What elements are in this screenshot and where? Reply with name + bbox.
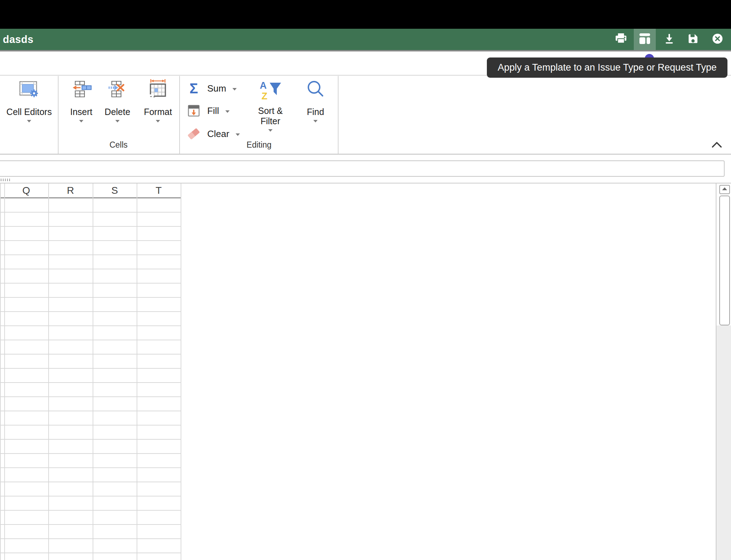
delete-label: Delete bbox=[105, 107, 130, 116]
save-icon bbox=[688, 33, 698, 45]
sort-filter-label-line2: Filter bbox=[258, 116, 282, 126]
save-button[interactable] bbox=[683, 29, 703, 50]
apply-template-tooltip: Apply a Template to an Issue Type or Req… bbox=[487, 57, 727, 78]
dropdown-caret-icon bbox=[225, 110, 230, 113]
printer-icon bbox=[615, 33, 627, 46]
clear-label: Clear bbox=[207, 128, 229, 139]
spreadsheet-window: dasds bbox=[0, 0, 731, 560]
column-header-S[interactable]: S bbox=[93, 183, 137, 198]
cell-editors-icon bbox=[18, 79, 40, 99]
template-icon bbox=[639, 33, 650, 45]
clear-button[interactable]: Clear bbox=[186, 126, 240, 142]
close-button[interactable] bbox=[708, 29, 727, 50]
fill-button[interactable]: Fill bbox=[186, 103, 230, 119]
ribbon-bottom-border bbox=[0, 154, 731, 155]
sort-filter-icon: A Z bbox=[259, 80, 281, 101]
download-button[interactable] bbox=[659, 29, 679, 50]
delete-icon bbox=[107, 79, 128, 99]
collapse-ribbon-button[interactable] bbox=[710, 141, 723, 150]
cell-editors-button[interactable]: Cell Editors bbox=[3, 79, 55, 122]
top-black-bar bbox=[0, 0, 731, 29]
column-header-R[interactable]: R bbox=[48, 183, 93, 198]
formula-bar-resize-grip[interactable] bbox=[0, 179, 11, 181]
column-header-T[interactable]: T bbox=[137, 183, 181, 198]
formula-input[interactable] bbox=[0, 161, 724, 176]
dropdown-caret-icon bbox=[236, 133, 240, 136]
sum-sigma-icon: Σ bbox=[189, 81, 198, 95]
scroll-up-button[interactable] bbox=[719, 185, 730, 194]
titlebar-divider bbox=[0, 50, 731, 51]
formula-bar bbox=[0, 160, 725, 177]
scrollbar-track[interactable] bbox=[716, 325, 731, 560]
close-icon bbox=[712, 33, 723, 46]
sort-filter-label-line1: Sort & bbox=[258, 106, 282, 116]
sort-filter-button[interactable]: A Z Sort & Filter bbox=[246, 80, 295, 132]
dropdown-caret-icon bbox=[156, 120, 160, 122]
insert-label: Insert bbox=[70, 107, 93, 116]
cell-editors-label: Cell Editors bbox=[6, 107, 52, 116]
find-button[interactable]: Find bbox=[292, 79, 339, 122]
insert-icon bbox=[71, 79, 92, 99]
chevron-up-icon bbox=[711, 141, 722, 150]
fill-icon bbox=[186, 105, 202, 117]
dropdown-caret-icon bbox=[313, 120, 318, 122]
titlebar: dasds bbox=[0, 29, 731, 50]
delete-button[interactable]: Delete bbox=[94, 79, 141, 122]
format-icon bbox=[148, 79, 168, 99]
apply-template-button[interactable] bbox=[634, 29, 656, 50]
find-icon bbox=[306, 79, 325, 99]
fill-label: Fill bbox=[207, 105, 219, 116]
scrollbar-thumb[interactable] bbox=[719, 196, 730, 325]
download-icon bbox=[664, 33, 675, 45]
cells-group-label: Cells bbox=[83, 140, 154, 149]
sheet-cells-area[interactable] bbox=[0, 198, 181, 560]
dropdown-caret-icon bbox=[232, 88, 237, 90]
sum-label: Sum bbox=[207, 83, 226, 94]
dropdown-caret-icon bbox=[27, 120, 31, 122]
editing-group-label: Editing bbox=[224, 140, 295, 149]
format-button[interactable]: Format bbox=[135, 79, 181, 122]
sum-button[interactable]: Σ Sum bbox=[186, 81, 237, 96]
format-label: Format bbox=[144, 107, 172, 116]
dropdown-caret-icon bbox=[79, 120, 83, 122]
dropdown-caret-icon bbox=[115, 120, 120, 122]
svg-text:A: A bbox=[260, 81, 267, 91]
print-button[interactable] bbox=[611, 29, 631, 50]
document-title: dasds bbox=[3, 29, 33, 50]
find-label: Find bbox=[307, 107, 324, 116]
clear-eraser-icon bbox=[186, 127, 202, 140]
dropdown-caret-icon bbox=[268, 129, 273, 132]
column-header-Q[interactable]: Q bbox=[4, 183, 48, 198]
triangle-up-icon bbox=[721, 186, 728, 193]
svg-text:Z: Z bbox=[262, 91, 268, 100]
